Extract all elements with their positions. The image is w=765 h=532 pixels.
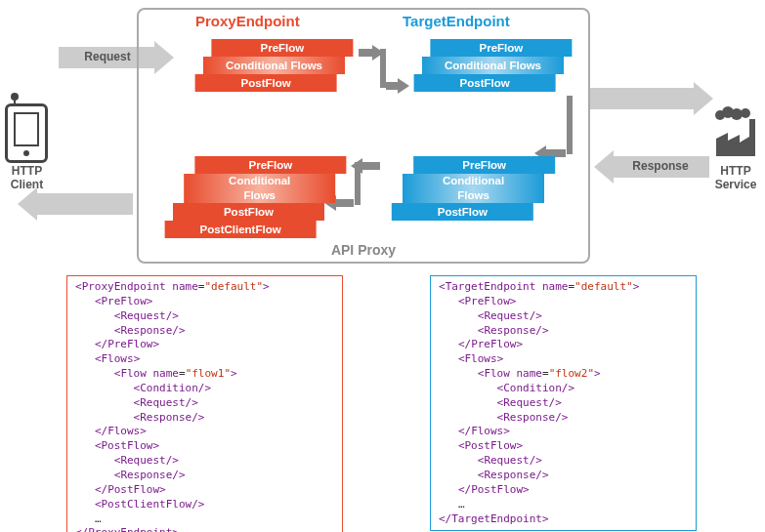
flow-preflow: PreFlow — [413, 156, 555, 174]
target-code-box: <TargetEndpoint name="default"> <PreFlow… — [430, 275, 697, 531]
flow-preflow: PreFlow — [194, 156, 346, 174]
target-endpoint-title: TargetEndpoint — [403, 13, 510, 29]
connector-2b — [334, 199, 354, 207]
proxy-endpoint-title: ProxyEndpoint — [195, 13, 300, 29]
flow-postclientflow: PostClientFlow — [165, 221, 317, 238]
factory-icon — [712, 105, 759, 159]
flow-preflow: PreFlow — [430, 39, 572, 57]
proxy-response-flows: PreFlow ConditionalFlows PostFlow PostCl… — [160, 156, 350, 238]
flow-conditional: Conditional Flows — [203, 57, 345, 74]
connector-1b — [386, 82, 400, 90]
flow-preflow: PreFlow — [211, 39, 353, 57]
diagram-root: HTTPClient HTTPService Request Response … — [0, 0, 765, 532]
to-client-arrow — [35, 193, 133, 215]
api-proxy-box: API Proxy ProxyEndpoint TargetEndpoint P… — [137, 8, 590, 264]
flow-postflow: PostFlow — [195, 74, 337, 92]
to-service-arrow — [588, 88, 696, 109]
flow-postflow: PostFlow — [414, 74, 556, 92]
svg-point-3 — [741, 108, 750, 118]
flow-conditional: ConditionalFlows — [403, 174, 544, 203]
flow-postflow: PostFlow — [173, 203, 324, 221]
svg-rect-4 — [749, 119, 755, 156]
proxy-request-flows: PreFlow Conditional Flows PostFlow — [191, 39, 357, 92]
connector-1 — [359, 49, 374, 57]
connector-2v — [355, 162, 361, 205]
response-label: Response — [612, 159, 709, 173]
proxy-code-box: <ProxyEndpoint name="default"> <PreFlow>… — [66, 275, 343, 532]
flow-postflow: PostFlow — [392, 203, 533, 221]
phone-icon — [5, 103, 48, 163]
connector-rv — [567, 96, 573, 154]
flow-conditional: Conditional Flows — [422, 57, 564, 74]
connector-2 — [361, 162, 380, 170]
service-label: HTTPService — [706, 164, 765, 192]
target-response-flows: PreFlow ConditionalFlows PostFlow — [388, 156, 560, 221]
api-proxy-label: API Proxy — [139, 242, 588, 258]
target-request-flows: PreFlow Conditional Flows PostFlow — [409, 39, 575, 92]
flow-conditional: ConditionalFlows — [184, 174, 335, 203]
response-arrow: Response — [612, 156, 709, 178]
